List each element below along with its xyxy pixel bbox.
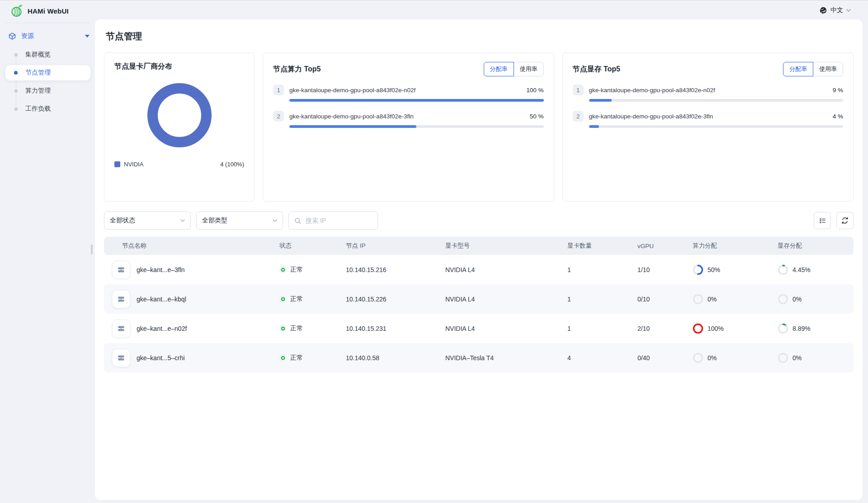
gpu-count: 1 [567,325,637,332]
status-ok-icon [279,266,286,273]
vgpu-ratio: 2/10 [637,325,693,332]
compute-top5-list: 1 gke-kantaloupe-demo-gpu-pool-a843f02e-… [273,85,544,128]
compute-allocation-value: 50% [708,266,720,273]
memory-allocation-value: 0% [793,296,802,303]
search-input[interactable] [305,216,368,225]
server-icon [117,353,126,362]
vendor-distribution-card: 节点显卡厂商分布 NVIDIA 4 (100%) [104,52,255,202]
toggle-usage-rate[interactable]: 使用率 [813,62,843,76]
node-name: gke-kantaloupe-demo-gpu-pool-a843f02e-3f… [589,113,713,120]
status-filter-value: 全部状态 [110,216,135,225]
sidebar-group-resources[interactable]: 资源 [8,28,90,44]
memory-allocation-value: 8.89% [793,325,811,332]
sidebar-submenu: 集群概览 节点管理 算力管理 工作负载 [0,46,95,120]
legend-label: NVIDIA [124,161,143,168]
vendor-donut-chart [114,83,244,147]
sidebar-item-label: 集群概览 [25,51,51,59]
memory-ring-gauge [778,264,788,275]
sidebar-item-label: 算力管理 [25,87,51,95]
node-value: 100 % [526,87,543,94]
memory-ring-gauge [778,323,788,334]
table-row[interactable]: gke–kant...5–crhi 正常 10.140.0.58 NVIDIA–… [104,343,854,372]
list-item: 2 gke-kantaloupe-demo-gpu-pool-a843f02e-… [273,111,544,128]
vgpu-ratio: 1/10 [637,266,693,273]
sidebar-item-label: 工作负载 [25,105,51,113]
table-row[interactable]: gke–kant...e–n02f 正常 10.140.15.231 NVIDI… [104,314,854,343]
progress-bar [289,125,544,128]
refresh-button[interactable] [836,212,854,229]
column-header: 显卡数量 [567,242,637,250]
progress-bar [589,99,844,102]
gpu-count: 1 [567,266,637,273]
progress-bar [589,125,844,128]
column-header: 显存分配 [778,242,854,250]
node-ip: 10.140.15.216 [346,266,445,273]
refresh-icon [841,216,849,225]
gpu-model: NVIDIA–Tesla T4 [445,354,567,362]
server-icon [117,324,126,333]
status-ok-icon [279,325,286,332]
page-title: 节点管理 [106,30,854,42]
list-item: 1 gke-kantaloupe-demo-gpu-pool-a843f02e-… [573,85,844,102]
filter-bar: 全部状态 全部类型 [104,212,854,230]
status-label: 正常 [290,295,303,303]
gpu-count: 4 [567,354,637,362]
node-name[interactable]: gke–kant...e–kbql [137,296,186,303]
sidebar-item-node-management[interactable]: 节点管理 [0,64,95,82]
compute-ring-gauge [693,294,703,305]
node-name: gke-kantaloupe-demo-gpu-pool-a843f02e-3f… [289,113,414,120]
compute-ring-gauge [693,353,703,363]
node-name: gke-kantaloupe-demo-gpu-pool-a843f02e-n0… [589,87,715,94]
brand-title: HAMi WebUI [28,7,69,15]
list-item: 2 gke-kantaloupe-demo-gpu-pool-a843f02e-… [573,111,844,128]
compute-ring-gauge [693,323,703,334]
memory-top5-list: 1 gke-kantaloupe-demo-gpu-pool-a843f02e-… [573,85,844,128]
submenu-dot [14,108,18,111]
language-selector[interactable]: 中文 [819,5,851,16]
chevron-down-icon[interactable] [85,35,90,38]
chevron-down-icon [273,219,277,222]
rank-badge: 1 [573,85,584,95]
sidebar-divider [5,23,90,23]
sidebar-item-workloads[interactable]: 工作负载 [0,100,95,118]
server-icon [117,295,126,304]
node-name[interactable]: gke–kant...5–crhi [137,354,185,362]
sidebar-item-compute-management[interactable]: 算力管理 [0,82,95,100]
node-name[interactable]: gke–kant...e–n02f [137,325,187,332]
status-filter-select[interactable]: 全部状态 [104,212,191,230]
node-name[interactable]: gke–kant...e–3fln [137,266,185,273]
type-filter-select[interactable]: 全部类型 [196,212,283,230]
vendor-legend[interactable]: NVIDIA 4 (100%) [114,161,244,168]
column-header: 显卡型号 [445,242,567,250]
rank-badge: 2 [573,111,584,122]
gpu-model: NVIDIA L4 [445,266,567,273]
sidebar-item-cluster-overview[interactable]: 集群概览 [0,46,95,64]
gpu-count: 1 [567,296,637,303]
toggle-allocation-rate[interactable]: 分配率 [783,62,813,76]
gpu-model: NVIDIA L4 [445,296,567,303]
table-row[interactable]: gke–kant...e–3fln 正常 10.140.15.216 NVIDI… [104,255,854,284]
node-tile [112,290,130,308]
vgpu-ratio: 0/40 [637,354,693,362]
toggle-usage-rate[interactable]: 使用率 [514,62,544,76]
node-ip: 10.140.15.231 [346,325,445,332]
column-header: 状态 [279,242,346,250]
globe-icon [819,6,827,14]
app-root: HAMi WebUI 资源 集群概览 节点管理 算力管理 [0,0,868,503]
table-row[interactable]: gke–kant...e–kbql 正常 10.140.15.226 NVIDI… [104,284,854,314]
toggle-allocation-rate[interactable]: 分配率 [484,62,514,76]
memory-top5-card: 节点显存 Top5 分配率 使用率 1 gke-kantaloupe-demo-… [562,52,854,202]
chevron-down-icon [846,9,851,12]
sidebar-item-label: 节点管理 [25,69,51,77]
sidebar: HAMi WebUI 资源 集群概览 节点管理 算力管理 [0,0,95,503]
search-icon [294,217,301,224]
status-ok-icon [279,296,286,302]
column-header: vGPU [637,243,693,249]
summary-cards: 节点显卡厂商分布 NVIDIA 4 (100%) 节点算力 Top5 分配率 使… [104,52,854,202]
status-ok-icon [279,354,286,361]
sidebar-scroll-handle[interactable] [91,244,93,254]
chevron-down-icon [180,219,185,222]
memory-allocation-value: 0% [793,354,802,362]
column-settings-button[interactable] [814,212,831,229]
table-header: 节点名称 状态 节点 IP 显卡型号 显卡数量 vGPU 算力分配 显存分配 [104,237,854,255]
